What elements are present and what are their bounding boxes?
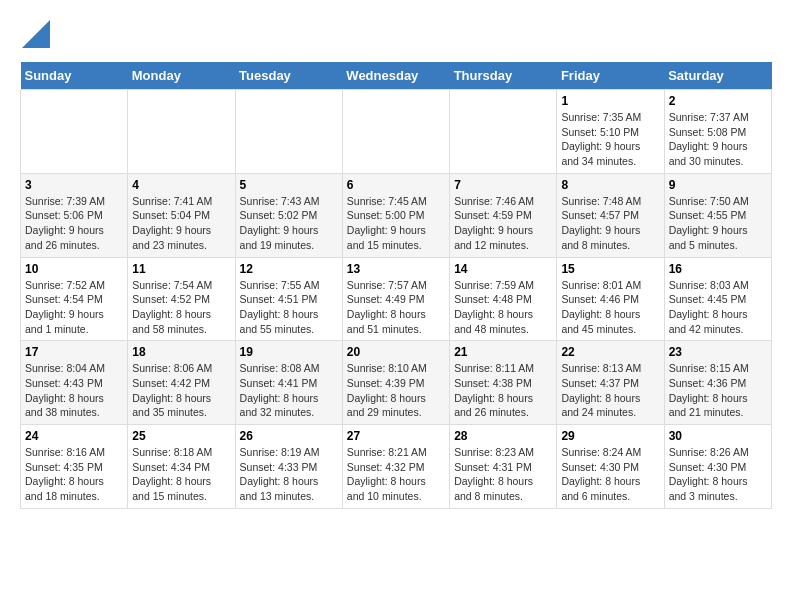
calendar-cell: 13Sunrise: 7:57 AM Sunset: 4:49 PM Dayli…	[342, 257, 449, 341]
calendar-cell: 27Sunrise: 8:21 AM Sunset: 4:32 PM Dayli…	[342, 425, 449, 509]
weekday-header-monday: Monday	[128, 62, 235, 90]
day-number: 3	[25, 178, 123, 192]
day-info: Sunrise: 7:54 AM Sunset: 4:52 PM Dayligh…	[132, 278, 230, 337]
day-info: Sunrise: 8:08 AM Sunset: 4:41 PM Dayligh…	[240, 361, 338, 420]
day-info: Sunrise: 7:45 AM Sunset: 5:00 PM Dayligh…	[347, 194, 445, 253]
day-number: 27	[347, 429, 445, 443]
day-number: 21	[454, 345, 552, 359]
weekday-header-thursday: Thursday	[450, 62, 557, 90]
logo	[20, 20, 50, 52]
calendar-cell: 25Sunrise: 8:18 AM Sunset: 4:34 PM Dayli…	[128, 425, 235, 509]
day-info: Sunrise: 8:10 AM Sunset: 4:39 PM Dayligh…	[347, 361, 445, 420]
day-number: 19	[240, 345, 338, 359]
day-number: 2	[669, 94, 767, 108]
calendar: SundayMondayTuesdayWednesdayThursdayFrid…	[20, 62, 772, 509]
calendar-cell: 4Sunrise: 7:41 AM Sunset: 5:04 PM Daylig…	[128, 173, 235, 257]
weekday-header-sunday: Sunday	[21, 62, 128, 90]
day-number: 10	[25, 262, 123, 276]
day-number: 30	[669, 429, 767, 443]
calendar-cell: 21Sunrise: 8:11 AM Sunset: 4:38 PM Dayli…	[450, 341, 557, 425]
day-info: Sunrise: 7:57 AM Sunset: 4:49 PM Dayligh…	[347, 278, 445, 337]
weekday-header-friday: Friday	[557, 62, 664, 90]
calendar-cell: 3Sunrise: 7:39 AM Sunset: 5:06 PM Daylig…	[21, 173, 128, 257]
day-number: 12	[240, 262, 338, 276]
calendar-cell	[235, 90, 342, 174]
calendar-cell: 6Sunrise: 7:45 AM Sunset: 5:00 PM Daylig…	[342, 173, 449, 257]
day-number: 5	[240, 178, 338, 192]
day-number: 20	[347, 345, 445, 359]
day-info: Sunrise: 8:21 AM Sunset: 4:32 PM Dayligh…	[347, 445, 445, 504]
day-info: Sunrise: 7:41 AM Sunset: 5:04 PM Dayligh…	[132, 194, 230, 253]
calendar-cell: 22Sunrise: 8:13 AM Sunset: 4:37 PM Dayli…	[557, 341, 664, 425]
svg-marker-0	[22, 20, 50, 48]
day-info: Sunrise: 8:26 AM Sunset: 4:30 PM Dayligh…	[669, 445, 767, 504]
day-number: 9	[669, 178, 767, 192]
day-info: Sunrise: 8:11 AM Sunset: 4:38 PM Dayligh…	[454, 361, 552, 420]
calendar-cell: 20Sunrise: 8:10 AM Sunset: 4:39 PM Dayli…	[342, 341, 449, 425]
day-info: Sunrise: 8:06 AM Sunset: 4:42 PM Dayligh…	[132, 361, 230, 420]
day-number: 6	[347, 178, 445, 192]
calendar-cell: 26Sunrise: 8:19 AM Sunset: 4:33 PM Dayli…	[235, 425, 342, 509]
day-number: 25	[132, 429, 230, 443]
day-number: 26	[240, 429, 338, 443]
calendar-cell: 16Sunrise: 8:03 AM Sunset: 4:45 PM Dayli…	[664, 257, 771, 341]
day-info: Sunrise: 8:15 AM Sunset: 4:36 PM Dayligh…	[669, 361, 767, 420]
day-number: 8	[561, 178, 659, 192]
day-number: 1	[561, 94, 659, 108]
calendar-cell: 1Sunrise: 7:35 AM Sunset: 5:10 PM Daylig…	[557, 90, 664, 174]
calendar-cell: 11Sunrise: 7:54 AM Sunset: 4:52 PM Dayli…	[128, 257, 235, 341]
calendar-cell: 23Sunrise: 8:15 AM Sunset: 4:36 PM Dayli…	[664, 341, 771, 425]
day-info: Sunrise: 7:55 AM Sunset: 4:51 PM Dayligh…	[240, 278, 338, 337]
day-number: 22	[561, 345, 659, 359]
day-number: 18	[132, 345, 230, 359]
calendar-cell: 17Sunrise: 8:04 AM Sunset: 4:43 PM Dayli…	[21, 341, 128, 425]
day-number: 4	[132, 178, 230, 192]
day-info: Sunrise: 7:37 AM Sunset: 5:08 PM Dayligh…	[669, 110, 767, 169]
calendar-cell: 5Sunrise: 7:43 AM Sunset: 5:02 PM Daylig…	[235, 173, 342, 257]
calendar-cell: 18Sunrise: 8:06 AM Sunset: 4:42 PM Dayli…	[128, 341, 235, 425]
calendar-cell: 30Sunrise: 8:26 AM Sunset: 4:30 PM Dayli…	[664, 425, 771, 509]
calendar-cell: 10Sunrise: 7:52 AM Sunset: 4:54 PM Dayli…	[21, 257, 128, 341]
header	[20, 20, 772, 52]
day-number: 11	[132, 262, 230, 276]
calendar-cell: 29Sunrise: 8:24 AM Sunset: 4:30 PM Dayli…	[557, 425, 664, 509]
day-number: 16	[669, 262, 767, 276]
day-info: Sunrise: 8:24 AM Sunset: 4:30 PM Dayligh…	[561, 445, 659, 504]
calendar-cell	[342, 90, 449, 174]
day-info: Sunrise: 7:35 AM Sunset: 5:10 PM Dayligh…	[561, 110, 659, 169]
calendar-cell: 2Sunrise: 7:37 AM Sunset: 5:08 PM Daylig…	[664, 90, 771, 174]
day-info: Sunrise: 8:23 AM Sunset: 4:31 PM Dayligh…	[454, 445, 552, 504]
calendar-cell: 14Sunrise: 7:59 AM Sunset: 4:48 PM Dayli…	[450, 257, 557, 341]
day-info: Sunrise: 7:46 AM Sunset: 4:59 PM Dayligh…	[454, 194, 552, 253]
day-info: Sunrise: 7:59 AM Sunset: 4:48 PM Dayligh…	[454, 278, 552, 337]
day-number: 29	[561, 429, 659, 443]
day-info: Sunrise: 8:18 AM Sunset: 4:34 PM Dayligh…	[132, 445, 230, 504]
day-number: 7	[454, 178, 552, 192]
weekday-header-saturday: Saturday	[664, 62, 771, 90]
day-info: Sunrise: 7:43 AM Sunset: 5:02 PM Dayligh…	[240, 194, 338, 253]
calendar-cell	[450, 90, 557, 174]
calendar-cell: 19Sunrise: 8:08 AM Sunset: 4:41 PM Dayli…	[235, 341, 342, 425]
calendar-cell: 9Sunrise: 7:50 AM Sunset: 4:55 PM Daylig…	[664, 173, 771, 257]
day-info: Sunrise: 7:39 AM Sunset: 5:06 PM Dayligh…	[25, 194, 123, 253]
calendar-cell	[128, 90, 235, 174]
weekday-header-tuesday: Tuesday	[235, 62, 342, 90]
day-info: Sunrise: 8:03 AM Sunset: 4:45 PM Dayligh…	[669, 278, 767, 337]
day-number: 24	[25, 429, 123, 443]
calendar-cell	[21, 90, 128, 174]
day-info: Sunrise: 7:50 AM Sunset: 4:55 PM Dayligh…	[669, 194, 767, 253]
day-number: 14	[454, 262, 552, 276]
calendar-cell: 7Sunrise: 7:46 AM Sunset: 4:59 PM Daylig…	[450, 173, 557, 257]
day-info: Sunrise: 8:16 AM Sunset: 4:35 PM Dayligh…	[25, 445, 123, 504]
calendar-cell: 8Sunrise: 7:48 AM Sunset: 4:57 PM Daylig…	[557, 173, 664, 257]
day-number: 15	[561, 262, 659, 276]
day-number: 23	[669, 345, 767, 359]
day-number: 13	[347, 262, 445, 276]
day-number: 28	[454, 429, 552, 443]
day-info: Sunrise: 7:52 AM Sunset: 4:54 PM Dayligh…	[25, 278, 123, 337]
day-number: 17	[25, 345, 123, 359]
calendar-cell: 28Sunrise: 8:23 AM Sunset: 4:31 PM Dayli…	[450, 425, 557, 509]
day-info: Sunrise: 7:48 AM Sunset: 4:57 PM Dayligh…	[561, 194, 659, 253]
calendar-cell: 24Sunrise: 8:16 AM Sunset: 4:35 PM Dayli…	[21, 425, 128, 509]
day-info: Sunrise: 8:13 AM Sunset: 4:37 PM Dayligh…	[561, 361, 659, 420]
